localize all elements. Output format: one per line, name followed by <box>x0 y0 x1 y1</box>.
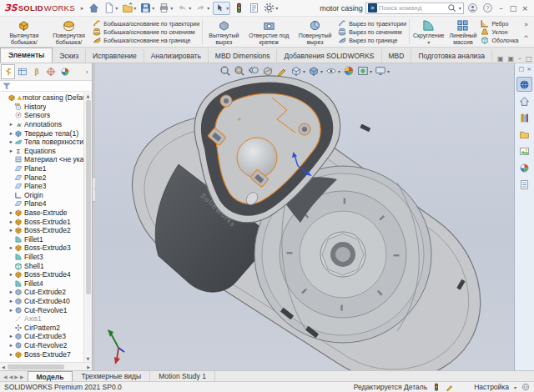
tree-item-plane2[interactable]: Plane2 <box>0 173 83 182</box>
expand-arrow-icon[interactable]: ▸ <box>8 227 14 234</box>
tab-solidworks-addins[interactable]: Добавления SOLIDWORKS <box>277 49 381 63</box>
tree-item-annotations[interactable]: ▸AAnnotations <box>0 120 83 129</box>
rib-button[interactable]: Ребро <box>481 19 518 28</box>
tree-item-boss-extrude7[interactable]: ▸Boss-Extrude7 <box>0 349 83 359</box>
next-tab-icon[interactable]: ▶ <box>14 374 18 379</box>
command-search-box[interactable]: » ▾ <box>365 3 464 14</box>
scroll-thumb[interactable] <box>86 100 91 294</box>
pane-close-icon[interactable]: × <box>526 66 531 73</box>
ribbon-overflow-icon[interactable]: » <box>524 21 528 28</box>
tree-item-plane3[interactable]: Plane3 <box>0 182 83 191</box>
solidworks-resources-button[interactable] <box>516 77 532 92</box>
tree-item-cut-revolve2[interactable]: ▸Cut-Revolve2 <box>0 341 83 350</box>
display-manager-tab[interactable] <box>58 64 72 79</box>
tab-mbd[interactable]: MBD <box>382 49 412 63</box>
tab-3d-views[interactable]: Трехмерные виды <box>73 371 150 381</box>
tab-mbd-dimensions[interactable]: MBD Dimensions <box>209 49 278 63</box>
hole-wizard-button[interactable]: Отверстие под крепеж▾ <box>244 18 294 46</box>
tab-evaluate[interactable]: Анализировать <box>144 49 209 63</box>
extruded-cut-button[interactable]: Вытянутый вырез <box>204 18 244 46</box>
custom-properties-button[interactable] <box>516 177 532 192</box>
revolved-boss-base-button[interactable]: Повернутая бобышка/основание <box>47 18 92 46</box>
expand-arrow-icon[interactable]: ▸ <box>8 219 14 225</box>
dropdown-icon[interactable]: ▾ <box>459 5 461 11</box>
expand-arrow-icon[interactable]: ▸ <box>8 271 14 278</box>
tree-item-fillet4[interactable]: Fillet4 <box>0 279 83 288</box>
expand-arrow-icon[interactable]: ▸ <box>8 121 14 128</box>
tree-item-plane1[interactable]: Plane1 <box>0 164 83 173</box>
tree-item-cut-extrude40[interactable]: ▸Cut-Extrude40 <box>0 297 83 306</box>
swept-cut-button[interactable]: Вырез по траектории <box>338 19 406 28</box>
user-account-button[interactable] <box>466 2 479 15</box>
boundary-boss-base-button[interactable]: Бобышка/основание на границе <box>93 36 199 44</box>
tab-features[interactable]: Элементы <box>0 48 53 63</box>
boundary-cut-button[interactable]: Вырез по границе <box>338 36 406 44</box>
expand-arrow-icon[interactable]: ▸ <box>8 148 14 154</box>
view-settings-button[interactable]: ▾ <box>375 65 390 77</box>
draft-button[interactable]: Уклон <box>481 28 518 36</box>
tree-item-sensors[interactable]: Sensors <box>0 111 83 120</box>
last-tab-icon[interactable]: ▶ <box>20 374 24 379</box>
first-tab-icon[interactable]: ◀ <box>3 374 8 379</box>
tree-horizontal-scrollbar[interactable]: ◀ ▶ <box>0 362 92 370</box>
scroll-left-icon[interactable]: ◀ <box>0 364 7 370</box>
feature-tree-tab[interactable] <box>1 64 15 79</box>
tab-model[interactable]: Модель <box>28 371 73 381</box>
lofted-cut-button[interactable]: Вырез по сечениям <box>338 28 406 36</box>
property-manager-tab[interactable] <box>15 64 29 79</box>
expand-arrow-icon[interactable]: ▸ <box>8 298 14 304</box>
panel-tabs-overflow-icon[interactable]: › <box>86 68 91 76</box>
sketch-annotation-button[interactable] <box>276 65 288 77</box>
tab-sketch[interactable]: Эскиз <box>53 49 86 63</box>
open-button[interactable]: ▾ <box>121 2 137 15</box>
expand-arrow-icon[interactable]: ▸ <box>8 138 14 145</box>
select-button[interactable]: ▾ <box>213 2 230 15</box>
expand-arrow-icon[interactable]: ▸ <box>8 289 14 295</box>
graphics-viewport[interactable]: ▾▾▾▾▾ SolidWorks <box>95 63 514 370</box>
minimize-button[interactable]: – <box>496 4 506 13</box>
hide-show-items-button[interactable]: ▾ <box>325 65 340 77</box>
design-library-button[interactable] <box>516 110 532 125</box>
expand-arrow-icon[interactable]: ▸ <box>8 351 14 358</box>
tree-item-surface-bodies[interactable]: ▸Тела поверхности(2) <box>0 138 83 147</box>
new-document-button[interactable]: ▾ <box>103 2 118 15</box>
tree-item-shell1[interactable]: Shell1 <box>0 261 83 270</box>
toolbar-expand-icon[interactable]: ▸ <box>81 5 84 12</box>
tree-item-cut-extrude3[interactable]: ▸Cut-Extrude3 <box>0 332 83 341</box>
pane-toggle-right-icon[interactable]: ▣ <box>508 55 515 63</box>
tree-item-history[interactable]: History <box>0 103 83 112</box>
tree-filter[interactable] <box>0 81 92 92</box>
configuration-manager-tab[interactable]: β <box>29 64 43 79</box>
search-icon[interactable] <box>447 3 456 13</box>
edit-appearance-button[interactable] <box>343 65 355 77</box>
tree-item-fillet3[interactable]: Fillet3 <box>0 253 83 262</box>
tree-item-cut-revolve1[interactable]: ▸Cut-Revolve1 <box>0 305 83 314</box>
section-view-button[interactable] <box>262 65 274 77</box>
tree-item-plane4[interactable]: Plane4 <box>0 199 83 209</box>
apply-scene-button[interactable]: ▾ <box>357 65 372 77</box>
tree-item-boss-extrude4[interactable]: ▸Boss-Extrude4 <box>0 270 83 279</box>
prev-tab-icon[interactable]: ◀ <box>9 374 13 379</box>
tree-item-boss-extrude1[interactable]: ▸Boss-Extrude1 <box>0 217 83 226</box>
scroll-up-icon[interactable]: ▲ <box>85 93 92 99</box>
extruded-boss-base-button[interactable]: Вытянутая бобышка/основание <box>2 18 47 46</box>
close-button[interactable]: × <box>521 4 530 13</box>
expand-arrow-icon[interactable]: ▸ <box>8 209 14 216</box>
web-help-icon[interactable] <box>521 383 530 391</box>
tree-item-equations[interactable]: ▸ΣEquations <box>0 147 83 156</box>
tree-item-cirpattern2[interactable]: CirPattern2 <box>0 323 83 332</box>
scroll-down-icon[interactable]: ▼ <box>85 355 92 362</box>
3d-model-motor-casing[interactable]: SolidWorks <box>95 63 514 370</box>
expand-arrow-icon[interactable]: ▸ <box>8 307 14 314</box>
undo-button[interactable]: ▾ <box>176 2 192 15</box>
appearances-scenes-button[interactable] <box>516 160 532 175</box>
pane-pin-icon[interactable]: □ <box>519 66 525 73</box>
tree-vertical-scrollbar[interactable]: ▲ ▼ <box>83 93 92 362</box>
file-properties-button[interactable] <box>248 2 260 15</box>
rebuild-button[interactable] <box>233 2 245 15</box>
tab-analysis-preparation[interactable]: Подготовка анализа <box>411 49 492 63</box>
scroll-right-icon[interactable]: ▶ <box>85 364 92 370</box>
expand-arrow-icon[interactable]: ▸ <box>8 130 14 137</box>
revolved-cut-button[interactable]: Повернутый вырез <box>294 18 336 46</box>
customize-menu[interactable]: Настройка <box>474 383 509 391</box>
